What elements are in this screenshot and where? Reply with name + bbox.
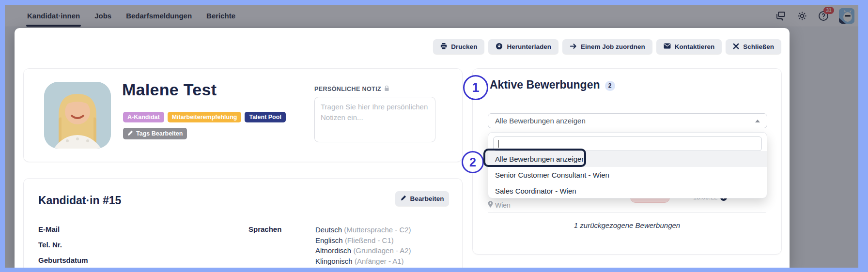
assign-job-button[interactable]: Einem Job zuordnen: [562, 39, 652, 54]
tag-mitarbeiterempfehlung[interactable]: Mitarbeiterempfehlung: [168, 112, 242, 122]
button-label: Kontaktieren: [675, 43, 715, 50]
tag-talent-pool[interactable]: Talent Pool: [245, 112, 285, 122]
select-value: Alle Bewerbungen anzeigen: [495, 117, 586, 125]
edit-details-button[interactable]: Bearbeiten: [395, 191, 449, 206]
button-label: Bearbeiten: [410, 195, 444, 202]
languages-list: Deutsch (Muttersprache - C2) Englisch (F…: [315, 225, 411, 267]
option-label: Sales Coordinator - Wien: [495, 187, 576, 195]
envelope-icon: [664, 43, 671, 50]
screenshot-frame: Kandidat·innen Jobs Bedarfsmeldungen Ber…: [0, 0, 868, 272]
annotation-step-1: 1: [463, 75, 488, 100]
lock-icon: [384, 85, 389, 93]
dropdown-search-wrap: [493, 136, 762, 151]
language-name: Altnordisch: [315, 246, 351, 255]
language-name: Deutsch: [315, 226, 342, 234]
field-label-phone: Tel. Nr.: [38, 241, 62, 249]
option-label: Alle Bewerbungen anzeigen: [495, 155, 586, 163]
language-item: Klingonisch (Anfänger - A1): [315, 256, 411, 267]
applications-header: Aktive Bewerbungen 2: [490, 78, 615, 91]
option-label: Senior Customer Consultant - Wien: [495, 171, 609, 179]
caret-up-icon: [755, 120, 760, 122]
dropdown-option-sales-coordinator[interactable]: Sales Coordinator - Wien: [488, 183, 767, 198]
candidate-details-card: Kandidat·in #15 Bearbeiten E-Mail Tel. N…: [23, 178, 463, 268]
applications-filter-select[interactable]: Alle Bewerbungen anzeigen: [488, 113, 767, 128]
button-label: Tags Bearbeiten: [136, 130, 183, 137]
details-title: Kandidat·in #15: [38, 194, 121, 207]
button-label: Einem Job zuordnen: [581, 43, 645, 50]
language-level: (Fließend - C1): [345, 236, 394, 244]
location-pin-icon: [488, 201, 493, 209]
label-text: PERSÖNLICHE NOTIZ: [314, 86, 381, 92]
field-label-email: E-Mail: [38, 225, 60, 233]
language-level: (Anfänger - A1): [355, 257, 404, 265]
field-label-birthdate: Geburtsdatum: [38, 256, 88, 264]
language-item: Englisch (Fließend - C1): [315, 235, 411, 246]
profile-card: Malene Test A-Kandidat Mitarbeiterempfeh…: [23, 68, 463, 162]
button-label: Drucken: [451, 43, 477, 50]
contact-button[interactable]: Kontaktieren: [656, 39, 722, 54]
dropdown-search-input[interactable]: [493, 136, 762, 151]
printer-icon: [440, 43, 447, 51]
personal-note-label: PERSÖNLICHE NOTIZ: [314, 85, 389, 93]
language-item: Deutsch (Muttersprache - C2): [315, 225, 411, 235]
languages-label: Sprachen: [248, 225, 281, 233]
modal-toolbar: Drucken Herunterladen: [433, 39, 781, 54]
print-button[interactable]: Drucken: [433, 39, 484, 54]
close-button[interactable]: Schließen: [726, 39, 781, 54]
edit-tags-button[interactable]: Tags Bearbeiten: [123, 128, 187, 139]
divider: [488, 212, 766, 213]
pencil-icon: [401, 195, 406, 202]
tag-a-kandidat[interactable]: A-Kandidat: [123, 112, 164, 122]
language-name: Klingonisch: [315, 257, 353, 265]
button-label: Herunterladen: [507, 43, 551, 50]
dropdown-option-all[interactable]: Alle Bewerbungen anzeigen: [488, 151, 767, 167]
language-level: (Muttersprache - C2): [344, 226, 411, 234]
pencil-icon: [127, 130, 133, 137]
applications-filter-dropdown: Alle Bewerbungen anzeigen Senior Custome…: [488, 132, 767, 198]
app-screen: Kandidat·innen Jobs Bedarfsmeldungen Ber…: [5, 5, 858, 268]
location-text: Wien: [495, 201, 511, 209]
candidate-modal: Drucken Herunterladen: [15, 28, 790, 268]
candidate-name: Malene Test: [122, 80, 217, 99]
personal-note-input[interactable]: [314, 97, 435, 142]
candidate-photo: [44, 82, 111, 149]
button-label: Schließen: [743, 43, 774, 50]
download-button[interactable]: Herunterladen: [488, 39, 558, 54]
download-icon: [496, 43, 503, 51]
applications-count-badge: 2: [605, 81, 615, 91]
applications-title: Aktive Bewerbungen: [490, 78, 600, 91]
language-level: (Grundlagen - A2): [353, 246, 411, 255]
tags-row: A-Kandidat Mitarbeiterempfehlung Talent …: [123, 112, 286, 122]
close-icon: [733, 43, 739, 51]
application-location: Wien: [488, 201, 511, 209]
arrow-right-icon: [570, 43, 577, 51]
annotation-step-2: 2: [462, 151, 484, 173]
text-cursor: [498, 140, 499, 148]
dropdown-option-senior-customer-consultant[interactable]: Senior Customer Consultant - Wien: [488, 167, 767, 183]
withdrawn-applications-note: 1 zurückgezogene Bewerbungen: [473, 221, 781, 229]
language-name: Englisch: [315, 236, 343, 244]
active-applications-card: Aktive Bewerbungen 2 Alle Bewerbungen an…: [472, 68, 782, 255]
language-item: Altnordisch (Grundlagen - A2): [315, 245, 411, 256]
